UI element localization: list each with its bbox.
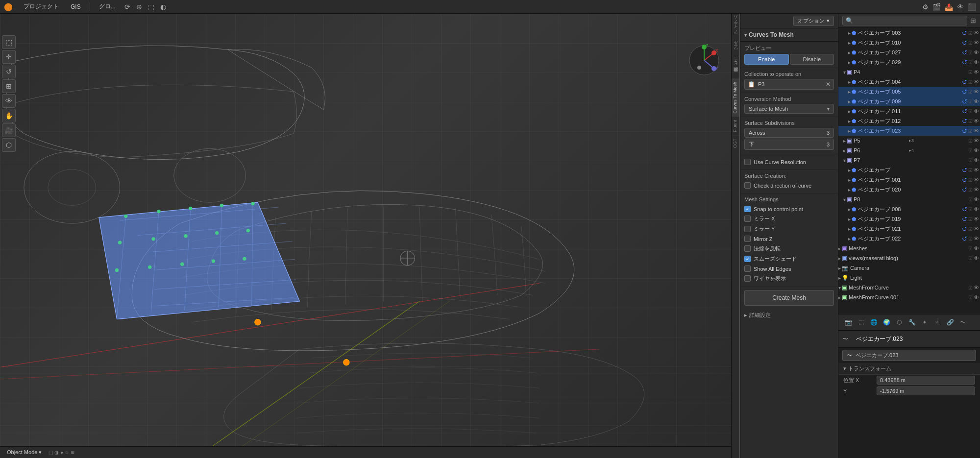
visibility-checkbox[interactable]: ☑ bbox=[968, 99, 973, 104]
outliner-item[interactable]: ▸ ⬟ ベジエカーブ.023 ↺ ☑ 👁 bbox=[838, 126, 980, 136]
down-row[interactable]: 下 3 bbox=[744, 139, 834, 150]
tree-arrow[interactable]: ▸ bbox=[848, 217, 851, 222]
tree-arrow[interactable]: ▸ bbox=[838, 295, 841, 300]
prop-render-icon[interactable]: 📷 bbox=[842, 316, 854, 328]
tree-arrow[interactable]: ▸ bbox=[843, 148, 846, 153]
outliner-item[interactable]: ▸ ▣ Meshes ☑ 👁 bbox=[838, 243, 980, 253]
tree-arrow[interactable]: ▸ bbox=[848, 50, 851, 55]
smooth-shade-checkbox[interactable] bbox=[744, 256, 751, 262]
select-tool[interactable]: ⬚ bbox=[2, 35, 16, 49]
tree-arrow[interactable]: ▸ bbox=[848, 236, 851, 241]
tree-arrow[interactable]: ▸ bbox=[848, 128, 851, 134]
tree-arrow[interactable]: ▸ bbox=[848, 79, 851, 85]
visibility-checkbox[interactable]: ☑ bbox=[968, 187, 973, 193]
visibility-eye[interactable]: 👁 bbox=[974, 147, 979, 153]
tree-arrow[interactable]: ▸ bbox=[838, 246, 841, 251]
visibility-checkbox[interactable]: ☑ bbox=[968, 217, 973, 222]
visibility-checkbox[interactable]: ☑ bbox=[968, 109, 973, 114]
visibility-checkbox[interactable]: ☑ bbox=[968, 79, 973, 85]
tree-arrow[interactable]: ▾ bbox=[843, 197, 846, 202]
filter-icon[interactable]: ⊞ bbox=[970, 17, 976, 24]
outliner-item[interactable]: ▸ ⬟ ベジエカーブ.003 ↺ ☑ 👁 bbox=[838, 28, 980, 38]
visibility-checkbox[interactable]: ☑ bbox=[968, 148, 973, 153]
create-mesh-button[interactable]: Create Mesh bbox=[744, 290, 834, 306]
check-direction-checkbox[interactable] bbox=[744, 182, 751, 189]
outliner-item[interactable]: ▸ ⬟ ベジエカーブ.011 ↺ ☑ 👁 bbox=[838, 106, 980, 116]
outliner-item[interactable]: ▸ ⬟ ベジエカーブ.022 ↺ ☑ 👁 bbox=[838, 234, 980, 243]
visibility-checkbox[interactable]: ☑ bbox=[968, 168, 973, 173]
visibility-eye[interactable]: 👁 bbox=[974, 79, 979, 85]
outliner-item[interactable]: ▸ ⬟ ベジエカーブ ↺ ☑ 👁 bbox=[838, 165, 980, 175]
output-icon[interactable]: 📤 bbox=[945, 3, 953, 11]
project-menu[interactable]: プロジェクト bbox=[21, 1, 62, 12]
mirror-y-checkbox[interactable] bbox=[744, 226, 751, 232]
render-icon[interactable]: 🎬 bbox=[932, 3, 941, 11]
tree-arrow[interactable]: ▸ bbox=[848, 207, 851, 212]
tree-arrow[interactable]: ▸ bbox=[848, 226, 851, 232]
visibility-eye[interactable]: 👁 bbox=[974, 196, 979, 202]
collection-clear-button[interactable]: ✕ bbox=[826, 81, 831, 88]
outliner-item[interactable]: ▸ ▣ P5 ▸3 ☑ 👁 bbox=[838, 136, 980, 145]
visibility-checkbox[interactable]: ☑ bbox=[968, 138, 973, 144]
detail-settings[interactable]: ▸ 詳細設定 bbox=[740, 309, 838, 322]
visibility-checkbox[interactable]: ☑ bbox=[968, 236, 973, 241]
visibility-eye[interactable]: 👁 bbox=[974, 226, 979, 232]
tree-arrow[interactable]: ▸ bbox=[848, 89, 851, 95]
visibility-checkbox[interactable]: ☑ bbox=[968, 128, 973, 134]
visibility-checkbox[interactable]: ☑ bbox=[968, 30, 973, 36]
tree-arrow[interactable]: ▸ bbox=[848, 99, 851, 104]
axis-widget[interactable]: X Y Z bbox=[687, 43, 721, 77]
scale-tool[interactable]: ⊞ bbox=[2, 79, 16, 93]
flip-normals-checkbox[interactable] bbox=[744, 245, 751, 252]
position-x-field[interactable]: 0.43988 m bbox=[877, 376, 975, 385]
outliner-item[interactable]: ▸ ▣ MeshFromCurve.001 ☑ 👁 bbox=[838, 292, 980, 302]
tree-arrow[interactable]: ▸ bbox=[848, 40, 851, 46]
visibility-checkbox[interactable]: ☑ bbox=[968, 226, 973, 232]
outliner-item[interactable]: ▸ 💡 Light bbox=[838, 273, 980, 283]
settings-icon[interactable]: ⚙ bbox=[922, 3, 929, 11]
visibility-checkbox[interactable]: ☑ bbox=[968, 207, 973, 212]
vtab-view[interactable]: ビュー bbox=[732, 56, 739, 72]
prop-world-icon[interactable]: 🌍 bbox=[881, 316, 892, 328]
extra-tool1[interactable]: 👁 bbox=[2, 94, 16, 108]
mirror-z-checkbox[interactable] bbox=[744, 236, 751, 242]
compositor-icon[interactable]: ⬛ bbox=[968, 3, 976, 11]
tree-arrow[interactable]: ▾ bbox=[838, 285, 841, 290]
prop-constraints-icon[interactable]: 🔗 bbox=[944, 316, 956, 328]
visibility-checkbox[interactable]: ☑ bbox=[968, 295, 973, 300]
position-y-field[interactable]: -1.5769 m bbox=[877, 386, 975, 395]
outliner-item[interactable]: ▸ ▣ P6 ▸4 ☑ 👁 bbox=[838, 145, 980, 155]
extra-tool3[interactable]: 🎥 bbox=[2, 123, 16, 137]
prop-modifier-icon[interactable]: 🔧 bbox=[906, 316, 918, 328]
visibility-eye[interactable]: 👁 bbox=[974, 294, 979, 300]
outliner-item[interactable]: ▸ ⬟ ベジエカーブ.019 ↺ ☑ 👁 bbox=[838, 214, 980, 224]
tree-arrow[interactable]: ▾ bbox=[843, 70, 846, 75]
prop-data-icon[interactable]: 〜 bbox=[957, 316, 969, 328]
visibility-eye[interactable]: 👁 bbox=[974, 59, 979, 65]
visibility-eye[interactable]: 👁 bbox=[974, 285, 979, 290]
visibility-eye[interactable]: 👁 bbox=[974, 187, 979, 193]
outliner-item[interactable]: ▸ ⬟ ベジエカーブ.001 ↺ ☑ 👁 bbox=[838, 175, 980, 185]
visibility-checkbox[interactable]: ☑ bbox=[968, 119, 973, 124]
enable-button[interactable]: Enable bbox=[744, 54, 789, 65]
data-block-name[interactable]: 〜 ベジエカーブ.023 bbox=[842, 350, 976, 361]
visibility-checkbox[interactable]: ☑ bbox=[968, 70, 973, 75]
outliner-item[interactable]: ▸ ⬟ ベジエカーブ.012 ↺ ☑ 👁 bbox=[838, 116, 980, 126]
visibility-checkbox[interactable]: ☑ bbox=[968, 285, 973, 290]
visibility-checkbox[interactable]: ☑ bbox=[968, 60, 973, 65]
view-icon[interactable]: 👁 bbox=[957, 3, 964, 11]
outliner-item[interactable]: ▾ ▣ P4 ☑ 👁 bbox=[838, 67, 980, 77]
visibility-eye[interactable]: 👁 bbox=[974, 216, 979, 222]
outliner-item[interactable]: ▸ ⬟ ベジエカーブ.004 ↺ ☑ 👁 bbox=[838, 77, 980, 87]
tree-arrow[interactable]: ▸ bbox=[848, 30, 851, 36]
mirror-x-checkbox[interactable] bbox=[744, 216, 751, 222]
options-button[interactable]: オプション ▾ bbox=[793, 16, 834, 26]
visibility-eye[interactable]: 👁 bbox=[974, 98, 979, 104]
transform-menu[interactable]: グロ... bbox=[96, 1, 119, 12]
visibility-eye[interactable]: 👁 bbox=[974, 69, 979, 75]
snap-control-checkbox[interactable] bbox=[744, 206, 751, 212]
show-edges-checkbox[interactable] bbox=[744, 265, 751, 272]
visibility-eye[interactable]: 👁 bbox=[974, 177, 979, 183]
prop-object-icon[interactable]: ⬡ bbox=[893, 316, 905, 328]
tree-arrow[interactable]: ▸ bbox=[848, 119, 851, 124]
